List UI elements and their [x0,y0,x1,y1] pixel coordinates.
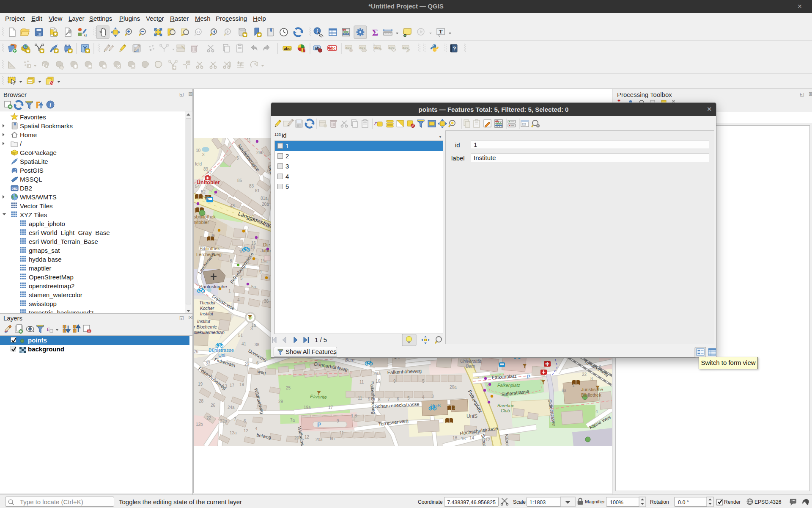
svg-text:11: 11 [247,138,251,142]
svg-text:UniS: UniS [466,413,477,419]
svg-text:13: 13 [222,384,228,389]
svg-text:38: 38 [264,299,269,304]
svg-text:5a: 5a [251,284,256,289]
svg-text:4: 4 [595,409,598,414]
svg-text:ε: ε [374,120,377,127]
svg-text:16: 16 [461,436,466,441]
svg-text:83: 83 [249,184,254,188]
svg-text:1:1: 1:1 [197,31,200,33]
svg-text:Universität: Universität [460,359,482,364]
svg-text:Pauluskirche: Pauluskirche [199,284,227,289]
svg-text:12: 12 [304,435,310,439]
svg-text:1: 1 [228,289,231,293]
svg-text:6: 6 [256,361,259,365]
svg-text:54: 54 [195,184,200,189]
svg-text:6: 6 [244,419,246,423]
svg-text:7: 7 [387,398,390,402]
svg-text:P: P [317,421,321,428]
svg-text:33: 33 [206,361,211,365]
svg-text:52: 52 [201,190,206,194]
svg-text:5: 5 [407,396,410,400]
svg-text:11: 11 [340,431,344,435]
svg-text:sbibliothek: sbibliothek [194,214,216,219]
svg-text:11: 11 [358,396,362,400]
svg-text:12b: 12b [196,422,203,427]
svg-text:Juristische: Juristische [581,387,603,392]
svg-text:81: 81 [255,188,260,193]
svg-text:7: 7 [234,417,236,422]
svg-text:10: 10 [196,148,201,153]
svg-text:ε: ε [47,325,50,332]
svg-text:17: 17 [230,383,235,388]
svg-text:51: 51 [238,333,243,338]
svg-text:85: 85 [237,178,242,183]
svg-text:26: 26 [211,403,216,408]
svg-text:Σ: Σ [372,27,378,38]
svg-text:nitobler: nitobler [194,220,209,225]
svg-text:20: 20 [294,436,299,440]
svg-text:48: 48 [230,204,235,208]
svg-text:26: 26 [194,349,199,354]
svg-text:19a: 19a [304,405,311,410]
svg-text:Uni: Uni [218,353,225,358]
svg-text:12: 12 [486,437,491,442]
svg-text:22: 22 [582,372,587,377]
svg-text:3: 3 [431,394,434,399]
svg-text:feld: feld [195,162,202,166]
svg-text:19: 19 [198,382,203,387]
svg-text:11: 11 [359,380,364,384]
svg-text:19: 19 [239,382,244,387]
svg-text:9: 9 [259,270,262,274]
svg-text:9: 9 [251,163,254,168]
svg-text:12a: 12a [230,431,237,435]
svg-text:16a: 16a [472,431,479,435]
svg-text:9: 9 [393,379,396,384]
svg-text:18: 18 [453,436,458,440]
svg-text:10: 10 [239,249,244,254]
svg-text:4: 4 [237,298,240,302]
svg-text:Club: Club [501,408,510,413]
svg-text:Bühlstrasse: Bühlstrasse [208,348,234,353]
svg-text:P: P [527,374,530,380]
svg-text:38: 38 [255,342,260,347]
svg-text:UniS: UniS [431,403,441,408]
svg-text:8: 8 [590,376,593,381]
svg-text:Bibliothek: Bibliothek [581,392,601,398]
svg-text:6: 6 [397,397,399,401]
svg-text:9: 9 [337,419,339,423]
svg-text:5: 5 [240,276,243,281]
svg-text:abc: abc [284,47,291,51]
svg-text:41: 41 [241,342,247,346]
svg-text:6b: 6b [330,436,335,441]
svg-text:6a: 6a [562,388,567,393]
svg-text:16: 16 [376,379,381,384]
svg-text:1a: 1a [251,323,256,328]
svg-text:Falkenplatz: Falkenplatz [497,383,520,388]
svg-text:1 / 5: 1 / 5 [315,336,327,343]
svg-text:7a: 7a [290,418,295,422]
svg-text:Kocher: Kocher [200,306,214,311]
svg-text:36: 36 [211,233,216,238]
svg-text:T: T [439,28,443,35]
svg-text:87: 87 [207,171,212,175]
svg-text:24a: 24a [228,405,235,410]
svg-text:?: ? [453,45,456,52]
svg-text:25b: 25b [256,150,263,155]
svg-text:Institut: Institut [197,319,211,324]
svg-text:Barebox: Barebox [497,403,514,408]
svg-text:22p: 22p [220,419,227,423]
svg-text:20a: 20a [262,202,269,207]
svg-text:4: 4 [255,426,258,431]
svg-text:5: 5 [236,156,239,160]
svg-text:6: 6 [599,365,601,370]
svg-text:3: 3 [202,152,205,157]
svg-text:20a: 20a [450,385,457,389]
svg-text:r Biochemie: r Biochemie [194,324,217,329]
svg-text:Favorite: Favorite [310,394,327,400]
svg-text:Bern: Bern [345,357,354,362]
svg-text:25: 25 [286,386,291,390]
svg-text:17: 17 [328,405,333,410]
svg-text:50: 50 [205,196,210,201]
svg-text:29: 29 [278,399,283,404]
svg-text:Die: Die [263,242,270,247]
